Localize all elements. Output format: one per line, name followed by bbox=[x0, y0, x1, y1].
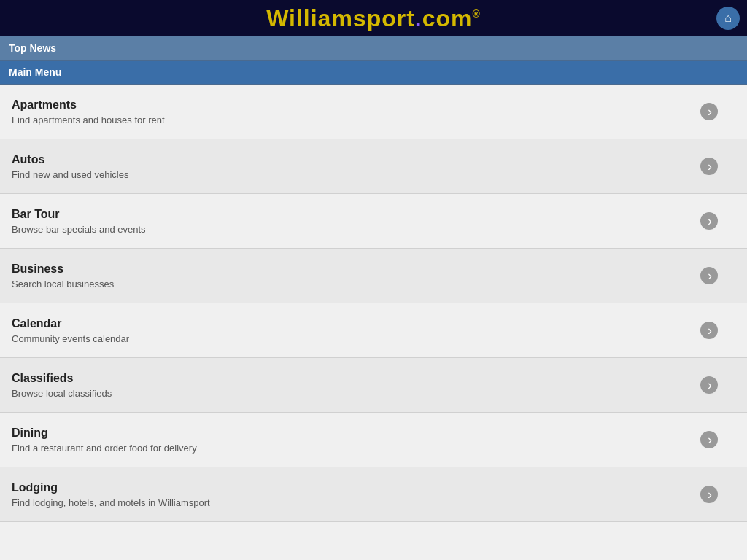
menu-item-title: Dining bbox=[12, 427, 197, 440]
menu-item-calendar[interactable]: Calendar Community events calendar bbox=[0, 303, 747, 358]
menu-item-bar-tour[interactable]: Bar Tour Browse bar specials and events bbox=[0, 194, 747, 249]
menu-item-text: Apartments Find apartments and houses fo… bbox=[12, 98, 165, 125]
menu-item-title: Autos bbox=[12, 153, 128, 166]
menu-item-lodging[interactable]: Lodging Find lodging, hotels, and motels… bbox=[0, 467, 747, 522]
menu-item-desc: Find apartments and houses for rent bbox=[12, 114, 165, 125]
menu-item-dining[interactable]: Dining Find a restaurant and order food … bbox=[0, 413, 747, 467]
chevron-right-icon bbox=[700, 486, 718, 503]
menu-item-title: Classifieds bbox=[12, 372, 112, 385]
chevron-right-icon bbox=[700, 103, 718, 120]
menu-item-title: Lodging bbox=[12, 481, 210, 494]
menu-item-text: Lodging Find lodging, hotels, and motels… bbox=[12, 481, 210, 508]
logo-text-main: Williamsport.com bbox=[266, 5, 472, 31]
menu-item-business[interactable]: Business Search local businesses bbox=[0, 249, 747, 303]
menu-item-desc: Find a restaurant and order food for del… bbox=[12, 443, 197, 454]
menu-item-text: Classifieds Browse local classifieds bbox=[12, 372, 112, 399]
menu-item-desc: Find new and used vehicles bbox=[12, 169, 128, 180]
menu-item-apartments[interactable]: Apartments Find apartments and houses fo… bbox=[0, 85, 747, 139]
menu-item-classifieds[interactable]: Classifieds Browse local classifieds bbox=[0, 358, 747, 413]
menu-item-desc: Browse bar specials and events bbox=[12, 224, 146, 235]
logo-trademark: ® bbox=[473, 8, 481, 20]
menu-item-text: Business Search local businesses bbox=[12, 262, 114, 289]
site-logo: Williamsport.com® bbox=[266, 5, 481, 32]
menu-item-desc: Find lodging, hotels, and motels in Will… bbox=[12, 497, 210, 508]
menu-item-autos[interactable]: Autos Find new and used vehicles bbox=[0, 139, 747, 194]
menu-item-title: Business bbox=[12, 262, 114, 276]
site-header: Williamsport.com® ⌂ bbox=[0, 0, 747, 36]
chevron-right-icon bbox=[700, 267, 718, 284]
chevron-right-icon bbox=[700, 322, 718, 339]
chevron-right-icon bbox=[700, 376, 718, 394]
menu-item-text: Dining Find a restaurant and order food … bbox=[12, 427, 197, 454]
chevron-right-icon bbox=[700, 212, 718, 230]
main-menu-label: Main Menu bbox=[9, 66, 61, 78]
top-news-label: Top News bbox=[9, 42, 56, 54]
top-news-bar[interactable]: Top News bbox=[0, 36, 747, 61]
home-button[interactable]: ⌂ bbox=[716, 7, 740, 30]
menu-item-title: Bar Tour bbox=[12, 208, 146, 221]
main-menu-bar[interactable]: Main Menu bbox=[0, 61, 747, 85]
menu-item-desc: Browse local classifieds bbox=[12, 388, 112, 399]
menu-item-text: Calendar Community events calendar bbox=[12, 317, 129, 344]
menu-item-text: Autos Find new and used vehicles bbox=[12, 153, 128, 180]
menu-item-desc: Search local businesses bbox=[12, 279, 114, 289]
menu-item-title: Apartments bbox=[12, 98, 165, 112]
menu-item-title: Calendar bbox=[12, 317, 129, 330]
menu-list: Apartments Find apartments and houses fo… bbox=[0, 85, 747, 522]
chevron-right-icon bbox=[700, 158, 718, 175]
menu-item-text: Bar Tour Browse bar specials and events bbox=[12, 208, 146, 235]
menu-item-desc: Community events calendar bbox=[12, 333, 129, 344]
chevron-right-icon bbox=[700, 431, 718, 448]
